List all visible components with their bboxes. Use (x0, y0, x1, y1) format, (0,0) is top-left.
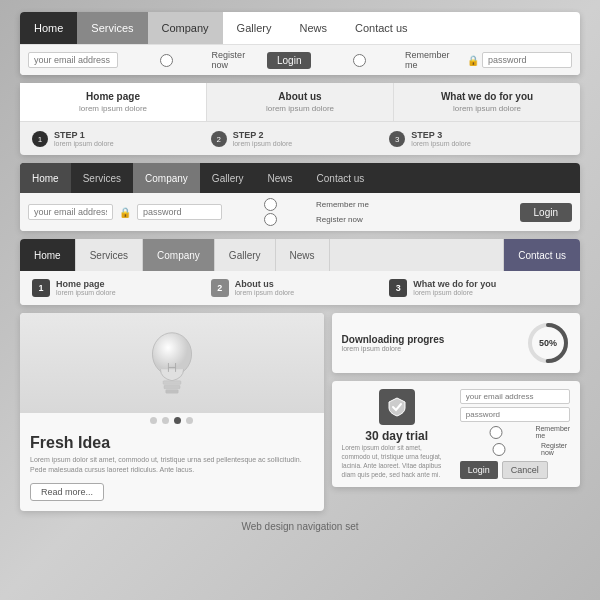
nav2-login-bar: 🔒 Remember me Register now Login (20, 193, 580, 231)
fresh-body: Fresh Idea Lorem ipsum dolor sit amet, c… (20, 428, 324, 511)
bulb-icon (132, 323, 212, 403)
nav1-remember-label: Remember me (405, 50, 461, 70)
nav3-news[interactable]: News (276, 239, 330, 271)
trial-register-radio[interactable] (460, 443, 538, 456)
nav3-services[interactable]: Services (76, 239, 143, 271)
nav2-contact[interactable]: Contact us (305, 163, 377, 193)
step-tab-what-sub: lorem ipsum dolore (404, 104, 570, 113)
nav3-company[interactable]: Company (143, 239, 215, 271)
nav3-step-1-text: Home page lorem ipsum dolore (56, 279, 116, 296)
nav1-register-radio[interactable] (124, 54, 209, 67)
bulb-area (20, 313, 324, 413)
trial-title: 30 day trial (365, 429, 428, 443)
nav2-register-row: Register now (228, 213, 369, 226)
nav1-menu: Home Services Company Gallery News Conta… (20, 12, 580, 44)
nav1-services[interactable]: Services (77, 12, 147, 44)
read-more-button[interactable]: Read more... (30, 483, 104, 501)
step-3-num: 3 (389, 131, 405, 147)
trial-text: Lorem ipsum dolor sit amet, commodo ut, … (342, 443, 452, 479)
nav1-email-input[interactable] (28, 52, 118, 68)
nav2-remember-radio[interactable] (228, 198, 313, 211)
trial-pass-input[interactable] (460, 407, 570, 422)
nav3-step-3: 3 What we do for you lorem ipsum dolore (389, 279, 568, 297)
nav2-home[interactable]: Home (20, 163, 71, 193)
download-text: Downloading progres lorem ipsum dolore (342, 334, 518, 352)
trial-left: 30 day trial Lorem ipsum dolor sit amet,… (342, 389, 452, 479)
nav2-pass-input[interactable] (137, 204, 222, 220)
dot-3[interactable] (174, 417, 181, 424)
lock-icon: 🔒 (467, 55, 479, 66)
nav2-spacer (376, 163, 580, 193)
bottom-row: Fresh Idea Lorem ipsum dolor sit amet, c… (20, 313, 580, 511)
nav3-step-3-sub: lorem ipsum dolore (413, 289, 496, 296)
nav1-contact[interactable]: Contact us (341, 12, 422, 44)
nav3-contact[interactable]: Contact us (504, 239, 580, 271)
trial-login-btn[interactable]: Login (460, 461, 498, 479)
nav1-remember-radio[interactable] (317, 54, 402, 67)
nav3-step-2-num: 2 (211, 279, 229, 297)
nav3-menu: Home Services Company Gallery News Conta… (20, 239, 580, 271)
nav3-step-3-num: 3 (389, 279, 407, 297)
nav2-radio-col: Remember me Register now (228, 198, 369, 226)
fresh-title: Fresh Idea (30, 434, 314, 452)
step-tab-about-sub: lorem ipsum dolore (217, 104, 383, 113)
nav2-services[interactable]: Services (71, 163, 133, 193)
svg-rect-3 (166, 390, 178, 394)
nav3-step-1-label: Home page (56, 279, 116, 289)
step-tab-what[interactable]: What we do for you lorem ipsum dolore (394, 83, 580, 121)
steps-tabs: Home page lorem ipsum dolore About us lo… (20, 83, 580, 122)
download-title: Downloading progres (342, 334, 518, 345)
dots-row (20, 417, 324, 424)
dot-1[interactable] (150, 417, 157, 424)
nav3-step-3-text: What we do for you lorem ipsum dolore (413, 279, 496, 296)
nav1-home[interactable]: Home (20, 12, 77, 44)
step-tab-about[interactable]: About us lorem ipsum dolore (207, 83, 394, 121)
nav2-login-btn[interactable]: Login (520, 203, 572, 222)
step-3: 3 STEP 3 lorem ipsum dolore (389, 130, 568, 147)
nav3-step-2-sub: lorem ipsum dolore (235, 289, 295, 296)
dot-2[interactable] (162, 417, 169, 424)
step-tab-home[interactable]: Home page lorem ipsum dolore (20, 83, 207, 121)
steps-bar-1: Home page lorem ipsum dolore About us lo… (20, 83, 580, 155)
fresh-idea-card: Fresh Idea Lorem ipsum dolor sit amet, c… (20, 313, 324, 511)
nav2-news[interactable]: News (256, 163, 305, 193)
step-1: 1 STEP 1 lorem ipsum dolore (32, 130, 211, 147)
download-card: Downloading progres lorem ipsum dolore 5… (332, 313, 580, 373)
nav2-register-radio[interactable] (228, 213, 313, 226)
dot-4[interactable] (186, 417, 193, 424)
nav3-home[interactable]: Home (20, 239, 76, 271)
nav3-step-2-text: About us lorem ipsum dolore (235, 279, 295, 296)
nav3-gallery[interactable]: Gallery (215, 239, 276, 271)
nav1-pass-input[interactable] (482, 52, 572, 68)
trial-remember-label: Remember me (535, 425, 570, 439)
nav3-step-1-num: 1 (32, 279, 50, 297)
progress-pct: 50% (539, 338, 557, 348)
nav2-gallery[interactable]: Gallery (200, 163, 256, 193)
shield-svg (386, 396, 408, 418)
nav2-register-label: Register now (316, 215, 363, 224)
nav2-email-input[interactable] (28, 204, 113, 220)
step-2-num: 2 (211, 131, 227, 147)
trial-register-label: Register now (541, 442, 570, 456)
nav1-gallery[interactable]: Gallery (223, 12, 286, 44)
step-tab-home-sub: lorem ipsum dolore (30, 104, 196, 113)
step-2-sub: lorem ipsum dolore (233, 140, 293, 147)
trial-buttons: Login Cancel (460, 461, 570, 479)
step-1-sub: lorem ipsum dolore (54, 140, 114, 147)
trial-remember-radio[interactable] (460, 426, 533, 439)
footer: Web design navigation set (241, 521, 358, 532)
nav2-remember-row: Remember me (228, 198, 369, 211)
nav1-login-btn[interactable]: Login (267, 52, 311, 69)
nav1-register-group: Register now (124, 50, 261, 70)
trial-right: Remember me Register now Login Cancel (460, 389, 570, 479)
step-tab-about-title: About us (217, 91, 383, 102)
nav2-company[interactable]: Company (133, 163, 200, 193)
lock-icon-2: 🔒 (119, 207, 131, 218)
nav1-company[interactable]: Company (148, 12, 223, 44)
svg-rect-2 (164, 385, 180, 389)
svg-point-0 (152, 333, 191, 376)
nav1-news[interactable]: News (285, 12, 341, 44)
trial-cancel-btn[interactable]: Cancel (502, 461, 548, 479)
trial-email-input[interactable] (460, 389, 570, 404)
step-1-text: STEP 1 lorem ipsum dolore (54, 130, 114, 147)
